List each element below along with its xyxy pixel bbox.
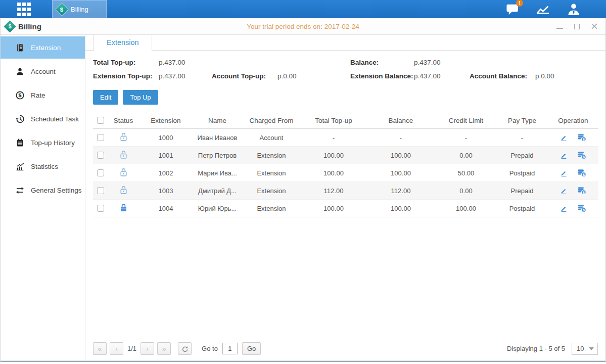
topup-coins-icon[interactable] xyxy=(577,151,586,159)
sidebar-item-label: Extension xyxy=(31,44,61,52)
topup-button[interactable]: Top Up xyxy=(123,90,158,105)
topup-coins-icon[interactable] xyxy=(577,169,586,177)
charged-from-cell: Account xyxy=(242,129,301,147)
close-button[interactable] xyxy=(591,23,597,30)
row-checkbox[interactable] xyxy=(97,187,104,194)
extension-cell: 1002 xyxy=(138,164,193,182)
sidebar-menu: Extension Account Rate Scheduled Task To… xyxy=(1,35,85,360)
goto-label: Go to xyxy=(202,345,218,352)
reports-button[interactable] xyxy=(536,3,550,15)
name-cell: Петр Петров xyxy=(193,147,242,164)
edit-pencil-icon[interactable] xyxy=(560,152,568,159)
edit-pencil-icon[interactable] xyxy=(560,187,568,195)
pay-type-cell: Postpaid xyxy=(496,200,548,217)
balance-cell: 100.00 xyxy=(366,147,436,164)
first-page-button[interactable]: « xyxy=(93,342,107,355)
dollar-coin-icon xyxy=(16,91,24,100)
extension-cell: 1001 xyxy=(138,147,193,164)
minimize-button[interactable] xyxy=(556,23,563,30)
taskbar-item-label: Billing xyxy=(71,6,88,13)
operation-cell xyxy=(548,164,598,182)
sidebar-item-general-settings[interactable]: General Settings xyxy=(1,179,85,201)
row-checkbox[interactable] xyxy=(97,169,104,176)
sidebar-item-statistics[interactable]: Statistics xyxy=(1,155,85,177)
main-content: Extension Total Top-up: p.437.00 Balance… xyxy=(85,35,605,360)
row-checkbox[interactable] xyxy=(97,205,104,212)
transfer-arrows-icon xyxy=(16,186,24,195)
chevron-down-icon xyxy=(589,347,594,350)
extension-topup-value: p.437.00 xyxy=(159,72,212,80)
row-checkbox[interactable] xyxy=(97,134,104,141)
close-icon xyxy=(591,23,597,29)
tab-extension[interactable]: Extension xyxy=(94,34,152,51)
lock-open-icon xyxy=(119,150,128,159)
last-page-button[interactable]: » xyxy=(157,342,171,355)
refresh-button[interactable] xyxy=(178,342,192,355)
window-titlebar: $ Billing Your trial period ends on: 201… xyxy=(1,18,605,35)
lock-open-icon xyxy=(119,185,128,195)
taskbar-item-billing[interactable]: $ Billing xyxy=(52,0,107,18)
table-row: 1003 Дмитрий Д... Extension 112.00 112.0… xyxy=(93,182,598,200)
charged-from-cell: Extension xyxy=(242,200,301,217)
go-button[interactable]: Go xyxy=(242,342,261,355)
select-all-checkbox[interactable] xyxy=(97,117,104,124)
column-charged-from: Charged From xyxy=(242,112,301,129)
sidebar-item-rate[interactable]: Rate xyxy=(1,84,85,106)
column-status: Status xyxy=(108,112,138,129)
sidebar-item-label: Scheduled Task xyxy=(31,115,79,123)
messages-button[interactable]: ! xyxy=(506,3,519,15)
table-header-row: Status Extension Name Charged From Total… xyxy=(93,112,598,129)
pay-type-cell: Postpaid xyxy=(496,164,548,182)
page-indicator: 1/1 xyxy=(127,345,136,352)
row-checkbox[interactable] xyxy=(97,152,104,159)
total-topup-label: Total Top-up: xyxy=(93,59,159,66)
edit-pencil-icon[interactable] xyxy=(560,169,568,177)
account-balance-value: p.0.00 xyxy=(535,72,598,80)
lock-open-icon xyxy=(119,132,128,142)
goto-page-input[interactable] xyxy=(222,343,238,354)
status-cell xyxy=(108,129,138,147)
extension-balance-value: p.437.00 xyxy=(414,72,470,80)
edit-button[interactable]: Edit xyxy=(93,90,118,105)
app-grid-icon[interactable] xyxy=(17,3,31,16)
pay-type-cell: - xyxy=(496,129,548,147)
bar-chart-icon xyxy=(16,162,24,171)
person-icon xyxy=(16,67,24,76)
sidebar-item-account[interactable]: Account xyxy=(1,60,85,82)
credit-limit-cell: 0.00 xyxy=(436,182,496,200)
charged-from-cell: Extension xyxy=(242,164,301,182)
edit-pencil-icon[interactable] xyxy=(560,134,568,142)
sidebar-item-label: General Settings xyxy=(31,187,82,194)
table-row: 1001 Петр Петров Extension 100.00 100.00… xyxy=(93,147,598,164)
table-row: 1002 Мария Ива... Extension 100.00 100.0… xyxy=(93,164,598,182)
maximize-button[interactable] xyxy=(574,23,580,30)
account-balance-label: Account Balance: xyxy=(470,72,535,80)
charged-from-cell: Extension xyxy=(242,182,301,200)
topup-coins-icon[interactable] xyxy=(577,187,586,195)
topup-coins-icon[interactable] xyxy=(577,133,586,142)
operation-cell xyxy=(548,182,598,200)
window-bottom-border xyxy=(1,360,605,362)
credit-limit-cell: 0.00 xyxy=(436,147,496,164)
total-topup-cell: 100.00 xyxy=(301,147,366,164)
extension-cell: 1004 xyxy=(138,200,193,217)
sidebar-item-extension[interactable]: Extension xyxy=(1,36,85,59)
sidebar-item-scheduled-task[interactable]: Scheduled Task xyxy=(1,108,85,130)
charged-from-cell: Extension xyxy=(242,147,301,164)
column-credit-limit: Credit Limit xyxy=(436,112,496,129)
sidebar-item-top-up-history[interactable]: Top-up History xyxy=(1,131,85,154)
status-cell xyxy=(108,182,138,200)
credit-limit-cell: 100.00 xyxy=(436,200,496,217)
account-button[interactable] xyxy=(567,3,581,16)
balance-cell: - xyxy=(366,129,436,147)
column-balance: Balance xyxy=(366,112,436,129)
extension-topup-label: Extension Top-up: xyxy=(93,72,159,80)
prev-page-button[interactable]: ‹ xyxy=(110,342,123,355)
page-size-select[interactable]: 10 xyxy=(572,343,598,355)
topup-coins-icon[interactable] xyxy=(577,204,586,212)
balance-value: p.437.00 xyxy=(414,59,470,66)
balance-cell: 100.00 xyxy=(366,164,436,182)
next-page-button[interactable]: › xyxy=(141,342,154,355)
notebook-icon xyxy=(16,139,24,147)
edit-pencil-icon[interactable] xyxy=(560,205,568,212)
